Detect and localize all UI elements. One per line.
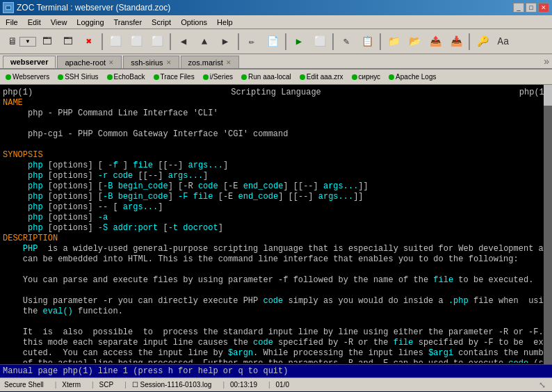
tab-webserver[interactable]: webserver — [3, 56, 56, 68]
key-button[interactable]: 🔑 — [473, 32, 492, 51]
status-bar: Secure Shell | Xterm | SCP | ☐ Session-1… — [0, 377, 552, 391]
header-center: Scripting Language — [231, 88, 321, 98]
title-bar-left: ZOC Terminal : webserver (Standard.zoc) — [3, 2, 170, 13]
bookmark-label-5: Run aaa-local — [248, 73, 291, 81]
disconnect-button[interactable]: ✖ — [79, 32, 99, 51]
write1-button[interactable]: ✎ — [336, 32, 356, 51]
bookmark-4[interactable]: i/Series — [200, 72, 236, 81]
scrollbar-thumb[interactable] — [544, 85, 552, 106]
bookmark-5[interactable]: Run aaa-local — [238, 72, 294, 81]
terminal-output: php(1)Scripting Languagephp(1)NAME php -… — [0, 85, 552, 363]
session2-button[interactable]: 🗔 — [58, 32, 78, 51]
date-label: 01/0 — [276, 381, 289, 389]
menu-item-options[interactable]: Options — [177, 17, 211, 28]
bookmark-dot-1 — [58, 74, 63, 80]
sftp1-button[interactable]: 📁 — [384, 32, 403, 51]
terminal-line-12: php [options] -S addr:port [-t docroot] — [3, 223, 549, 234]
time-label: 00:13:19 — [230, 381, 257, 389]
tabs-row: webserverapache-root ✕ssh-sirius ✕zos.ma… — [0, 54, 552, 70]
stop-button[interactable]: ⬜ — [310, 32, 330, 51]
minimize-button[interactable]: _ — [513, 3, 524, 13]
term1-button[interactable]: ⬜ — [106, 32, 125, 51]
terminal-line-0: NAME — [3, 98, 549, 108]
title-text: ZOC Terminal : webserver (Standard.zoc) — [17, 3, 170, 13]
tab-ssh-sirius[interactable]: ssh-sirius ✕ — [123, 56, 179, 68]
title-bar: ZOC Terminal : webserver (Standard.zoc) … — [0, 0, 552, 15]
bookmark-7[interactable]: сирнус — [349, 72, 384, 81]
bookmark-2[interactable]: EchoBack — [104, 72, 148, 81]
toolbar-separator — [380, 33, 381, 50]
terminal-line-6: php [options] [ -f ] file [[--] args...] — [3, 161, 549, 171]
manual-status-bar: Manual page php(1) line 1 (press h for h… — [0, 364, 552, 377]
menu-item-file[interactable]: File — [1, 17, 22, 28]
toolbar-separator — [469, 33, 470, 50]
app-icon — [3, 2, 14, 13]
bookmark-label-2: EchoBack — [114, 73, 145, 81]
session1-button[interactable]: 🗔 — [38, 32, 57, 51]
status-separator-0: | — [55, 381, 57, 389]
font-button[interactable]: Aa — [494, 32, 513, 51]
bookmark-6[interactable]: Edit aaa.zrx — [297, 72, 346, 81]
manual-status-text: Manual page php(1) line 1 (press h for h… — [3, 366, 288, 376]
terminal-line-7: php [options] -r code [[--] args...] — [3, 171, 549, 181]
menu-item-logging[interactable]: Logging — [72, 17, 108, 28]
bookmark-dot-6 — [300, 74, 305, 80]
tabs-scroll[interactable]: » — [544, 56, 549, 68]
term3-button[interactable]: ⬜ — [147, 32, 167, 51]
connect-dropdown[interactable]: ▼ — [19, 37, 36, 47]
maximize-button[interactable]: □ — [526, 3, 537, 13]
bookmark-1[interactable]: SSH Sirius — [55, 72, 101, 81]
session-log-label: ☐ Session-1116-0103.log — [132, 381, 212, 389]
bookmark-label-4: i/Series — [210, 73, 233, 81]
toolbar: 🖥▼🗔🗔✖⬜⬜⬜◀▲▶✏📄▶⬜✎📋📁📂📤📥🔑Aa — [0, 29, 552, 54]
tab-zos.marist[interactable]: zos.marist ✕ — [181, 56, 239, 68]
resize-grip[interactable]: ⤡ — [537, 379, 548, 391]
bookmark-dot-2 — [107, 74, 113, 80]
terminal-line-18 — [3, 286, 549, 296]
menu-item-view[interactable]: View — [47, 17, 72, 28]
edit-button[interactable]: ✏ — [242, 32, 261, 51]
sftp3-button[interactable]: 📤 — [425, 32, 445, 51]
back-button[interactable]: ◀ — [174, 32, 193, 51]
fwd-up-button[interactable]: ▲ — [195, 32, 214, 51]
tab-close-zos.marist[interactable]: ✕ — [226, 59, 232, 66]
menu-item-transfer[interactable]: Transfer — [110, 17, 147, 28]
bookmark-label-3: Trace Files — [161, 73, 195, 81]
bookmark-label-6: Edit aaa.zrx — [307, 73, 343, 81]
scrollbar[interactable] — [544, 85, 552, 364]
toolbar-separator — [238, 33, 239, 50]
header-left: php(1) — [3, 88, 33, 98]
menu-item-edit[interactable]: Edit — [24, 17, 45, 28]
scp-label[interactable]: SCP — [99, 381, 114, 389]
tab-close-ssh-sirius[interactable]: ✕ — [166, 59, 172, 66]
menu-item-help[interactable]: Help — [213, 17, 237, 28]
status-separator-2: | — [124, 381, 127, 389]
toolbar-separator — [102, 33, 103, 50]
bookmark-dot-8 — [389, 74, 394, 80]
write2-button[interactable]: 📋 — [357, 32, 377, 51]
tab-apache-root[interactable]: apache-root ✕ — [57, 56, 122, 68]
terminal-line-11: php [options] -a — [3, 213, 549, 223]
tab-close-apache-root[interactable]: ✕ — [108, 59, 114, 66]
edit2-button[interactable]: 📄 — [263, 32, 282, 51]
run-button[interactable]: ▶ — [289, 32, 309, 51]
terminal-line-21 — [3, 317, 549, 327]
bookmark-0[interactable]: Webservers — [3, 72, 52, 81]
sftp2-button[interactable]: 📂 — [405, 32, 424, 51]
terminal-line-10: php [options] -- [ args...] — [3, 202, 549, 213]
menu-item-script[interactable]: Script — [147, 17, 175, 28]
terminal-line-23: this mode each separate input line cause… — [3, 338, 549, 348]
bookmark-dot-5 — [241, 74, 247, 80]
sftp4-button[interactable]: 📥 — [446, 32, 466, 51]
toolbar-separator — [170, 33, 171, 50]
bookmark-label-1: SSH Sirius — [65, 73, 98, 81]
term2-button[interactable]: ⬜ — [127, 32, 146, 51]
bookmark-dot-0 — [6, 74, 11, 80]
bookmark-dot-3 — [154, 74, 159, 80]
fwd-button[interactable]: ▶ — [216, 32, 235, 51]
bookmark-8[interactable]: Apache Logs — [386, 72, 439, 81]
terminal-line-2 — [3, 119, 549, 129]
close-button[interactable]: ✕ — [538, 3, 549, 13]
svg-rect-2 — [6, 6, 10, 9]
bookmark-3[interactable]: Trace Files — [151, 72, 197, 81]
